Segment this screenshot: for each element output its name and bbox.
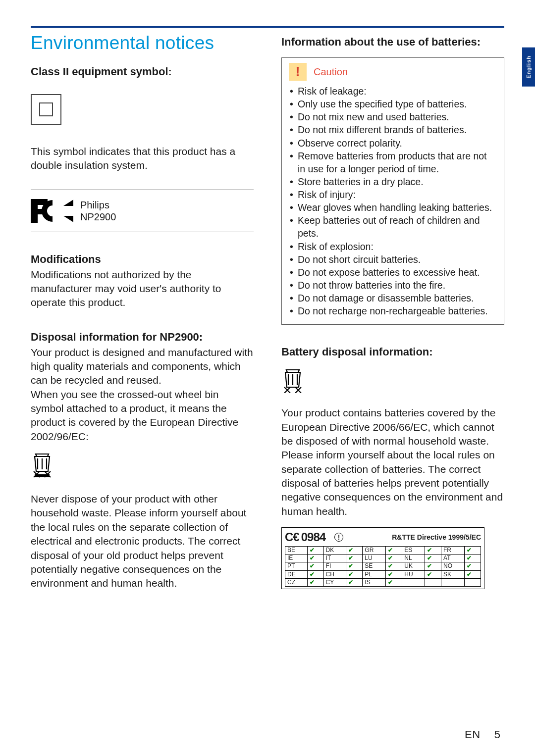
disposal-heading: Disposal information for NP2900: [31,331,254,344]
ce-check-cell: ✔ [307,554,323,562]
fcc-model: NP2900 [80,211,116,223]
ce-check-cell [464,578,481,586]
ce-country-cell: CY [323,578,346,586]
modifications-body: Modifications not authorized by the manu… [31,268,254,310]
ce-check-cell: ✔ [346,570,363,578]
ce-check-cell: ✔ [386,547,402,554]
caution-item: Keep batteries out of reach of children … [298,214,497,240]
caution-item: Do not short circuit batteries. [298,253,497,266]
ce-country-cell: PT [285,562,308,570]
footer-page-number: 5 [494,728,500,741]
ce-country-cell [441,578,465,586]
battery-bin-icon [281,367,504,395]
caution-item: Do not recharge non-rechargeable batteri… [298,304,497,317]
svg-rect-3 [35,474,50,477]
ce-number: 0984 [301,530,325,544]
ce-check-cell: ✔ [425,570,441,578]
ce-country-cell: IE [285,554,308,562]
ce-compliance-box: C€ 0984 ! R&TTE Directive 1999/5/EC BE✔D… [281,527,484,589]
class2-description: This symbol indicates that this product … [31,145,254,173]
ce-check-cell: ✔ [346,547,363,554]
caution-item: Do not mix new and used batteries. [298,110,497,123]
caution-item: Wear gloves when handling leaking batter… [298,201,497,214]
caution-item: Do not expose batteries to excessive hea… [298,266,497,279]
caution-icon: ! [289,63,307,81]
ce-country-cell: NO [441,562,465,570]
ce-check-cell: ✔ [307,547,323,554]
ce-mark-icon: C€ 0984 [285,530,325,544]
caution-item: Only use the specified type of batteries… [298,98,497,110]
ce-check-cell: ✔ [464,562,481,570]
ce-country-cell: BE [285,547,308,554]
ce-check-cell: ✔ [346,554,363,562]
ce-country-cell: FI [323,562,346,570]
top-rule [31,26,504,28]
fcc-brand: Philips [80,199,116,211]
ce-check-cell [425,578,441,586]
alert-icon: ! [334,533,343,542]
ce-country-cell: AT [441,554,465,562]
caution-item: Store batteries in a dry place. [298,175,497,188]
footer-lang: EN [465,728,481,741]
ce-country-cell: IT [323,554,346,562]
caution-item: Do not throw batteries into the fire. [298,279,497,292]
disposal-body-1: Your product is designed and manufacture… [31,346,254,388]
ce-country-cell: NL [402,554,425,562]
ce-country-cell: CZ [285,578,308,586]
ce-directive: R&TTE Directive 1999/5/EC [392,533,481,541]
ce-check-cell: ✔ [307,562,323,570]
divider [31,190,254,190]
ce-check-cell: ✔ [386,562,402,570]
battery-disposal-heading: Battery disposal information: [281,346,504,358]
battery-disposal-body-2: Please inform yourself about the local r… [281,448,504,518]
ce-check-cell: ✔ [307,570,323,578]
fcc-logo-icon [31,197,73,225]
section-title: Environmental notices [31,33,254,53]
disposal-body-2: When you see the crossed-out wheel bin s… [31,388,254,444]
page-footer: EN 5 [465,728,500,741]
weee-bin-icon [31,451,254,481]
ce-check-cell: ✔ [425,554,441,562]
ce-country-cell: IS [363,578,386,586]
ce-check-cell: ✔ [386,554,402,562]
ce-country-cell: CH [323,570,346,578]
ce-check-cell: ✔ [386,578,402,586]
ce-country-cell: ES [402,547,425,554]
ce-check-cell: ✔ [464,547,481,554]
ce-check-cell: ✔ [425,562,441,570]
ce-country-cell: SE [363,562,386,570]
ce-check-cell: ✔ [464,554,481,562]
ce-country-cell: HU [402,570,425,578]
caution-item: Risk of leakage: [298,85,497,98]
caution-item: Observe correct polarity. [298,137,497,150]
batteries-heading: Information about the use of batteries: [281,36,504,49]
ce-check-cell: ✔ [464,570,481,578]
caution-box: ! Caution Risk of leakage:Only use the s… [281,57,504,325]
caution-list: Risk of leakage:Only use the specified t… [289,85,497,317]
ce-country-cell: DK [323,547,346,554]
ce-country-cell: DE [285,570,308,578]
disposal-body-3: Never dispose of your product with other… [31,492,254,590]
ce-country-cell: GR [363,547,386,554]
caution-item: Risk of injury: [298,188,497,201]
ce-check-cell: ✔ [425,547,441,554]
caution-item: Remove batteries from products that are … [298,150,497,175]
ce-check-cell: ✔ [346,578,363,586]
ce-country-cell: SK [441,570,465,578]
class2-symbol-icon [31,94,61,125]
modifications-heading: Modifications [31,253,254,266]
ce-check-cell: ✔ [307,578,323,586]
ce-country-table: BE✔DK✔GR✔ES✔FR✔IE✔IT✔LU✔NL✔AT✔PT✔FI✔SE✔U… [285,546,481,587]
caution-item: Do not mix different brands of batteries… [298,123,497,136]
ce-country-cell: LU [363,554,386,562]
caution-item: Do not damage or disassemble batteries. [298,292,497,304]
battery-disposal-body-1: Your product contains batteries covered … [281,406,504,448]
ce-country-cell: FR [441,547,465,554]
caution-label: Caution [314,66,348,78]
ce-country-cell [402,578,425,586]
class2-heading: Class II equipment symbol: [31,65,254,78]
fcc-block: Philips NP2900 [31,197,254,225]
ce-country-cell: PL [363,570,386,578]
ce-country-cell: UK [402,562,425,570]
left-column: Environmental notices Class II equipment… [31,33,254,591]
